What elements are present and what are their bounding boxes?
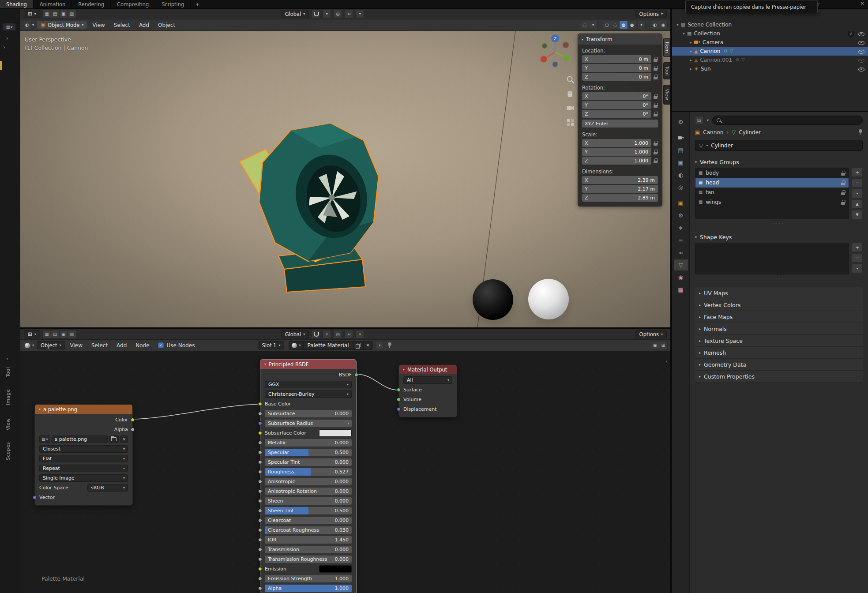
- panel-geometry-data[interactable]: ▸Geometry Data: [695, 359, 863, 371]
- transform-panel-header[interactable]: ▾Transform: [578, 34, 662, 45]
- expand-arrow-icon[interactable]: ▾: [681, 31, 687, 36]
- properties-tab-view-layer[interactable]: ▣: [674, 157, 688, 168]
- sidebar-tab-tool[interactable]: Tool: [663, 62, 670, 79]
- outliner-row-sun[interactable]: ▸ ☀ Sun: [672, 64, 868, 73]
- material-options-button[interactable]: ▾: [376, 341, 384, 349]
- viewport-canvas[interactable]: User Perspective (1) Collection | Cannon…: [20, 31, 670, 327]
- sidebar-tab-item[interactable]: Item: [663, 38, 670, 57]
- vertex-group-wings[interactable]: ▦wings: [695, 197, 849, 207]
- shader-canvas[interactable]: ▾a palette.png Color Alpha ▨▾ a palette.…: [20, 351, 670, 593]
- input-emission-strength[interactable]: Emission Strength1.000: [265, 574, 352, 583]
- proportional-falloff-icon[interactable]: ≈: [345, 330, 353, 338]
- eye-icon[interactable]: [858, 39, 864, 46]
- transform-orientation-button[interactable]: Global▾: [281, 10, 309, 18]
- input-surface[interactable]: Surface: [403, 385, 452, 394]
- shape-keys-panel-header[interactable]: ▾Shape Keys: [695, 232, 863, 242]
- add-group-button[interactable]: +: [852, 168, 863, 177]
- color-socket[interactable]: [258, 431, 262, 435]
- input-specular[interactable]: Specular0.500: [265, 448, 352, 457]
- input-sheen[interactable]: Sheen0.000: [265, 496, 352, 506]
- zoom-to-fit-icon[interactable]: ▣: [651, 341, 659, 349]
- input-ior[interactable]: IOR1.450: [265, 535, 352, 544]
- new-material-button[interactable]: [353, 342, 363, 349]
- menu-select[interactable]: Select: [110, 22, 134, 28]
- dimensions-y-field[interactable]: Y2.17 m: [582, 185, 658, 193]
- alpha-socket[interactable]: [131, 428, 135, 432]
- unlink-material-button[interactable]: ✕: [363, 342, 372, 349]
- rotation-z-field[interactable]: Z0°: [582, 110, 651, 118]
- panel-custom-properties[interactable]: ▸Custom Properties: [695, 371, 863, 383]
- principled-header[interactable]: ▾Principled BSDF: [260, 360, 356, 369]
- add-shape-key-button[interactable]: +: [852, 243, 863, 252]
- value-socket[interactable]: [258, 499, 262, 503]
- menu-object[interactable]: Object: [154, 22, 179, 28]
- viewport-options-button[interactable]: Options▾: [635, 10, 667, 18]
- properties-tab-render[interactable]: [674, 132, 688, 143]
- material-name[interactable]: Palette Material: [303, 342, 352, 349]
- properties-tab-output[interactable]: ▤: [674, 145, 688, 156]
- target-dropdown[interactable]: All▾: [403, 376, 452, 384]
- expand-region-arrow[interactable]: ›: [3, 44, 5, 50]
- gizmo-neg-x-axis[interactable]: [563, 42, 569, 48]
- material-slot-dropdown[interactable]: Slot 1▾: [258, 341, 284, 349]
- lock-icon[interactable]: [841, 171, 845, 176]
- value-socket[interactable]: [258, 489, 262, 493]
- lock-icon[interactable]: [654, 150, 658, 154]
- value-socket[interactable]: [258, 441, 262, 445]
- expand-arrow-icon[interactable]: ▾: [675, 23, 680, 27]
- open-image-button[interactable]: [109, 435, 119, 443]
- gizmo-neg-z-axis[interactable]: [552, 62, 558, 68]
- panel-remesh[interactable]: ▸Remesh: [695, 347, 863, 359]
- menu-node[interactable]: Node: [132, 342, 153, 349]
- value-socket[interactable]: [258, 480, 262, 484]
- tool-option-icon[interactable]: ▦: [43, 330, 51, 338]
- cannon-model[interactable]: [240, 124, 379, 292]
- input-roughness[interactable]: Roughness0.527: [265, 467, 352, 477]
- outliner-row-collection[interactable]: ▾ ▦ Collection ✓: [672, 29, 868, 38]
- shading-material-icon[interactable]: ◍: [620, 21, 628, 29]
- properties-tab-tool[interactable]: ⚙: [674, 116, 688, 128]
- lock-icon[interactable]: [841, 180, 845, 185]
- value-socket[interactable]: [258, 412, 262, 416]
- pin-icon[interactable]: [387, 342, 392, 349]
- falloff-options-button[interactable]: ▾: [356, 330, 364, 338]
- scale-z-field[interactable]: Z1.000: [582, 157, 651, 165]
- sidebar-tab-view[interactable]: View: [663, 85, 670, 104]
- image-texture-node[interactable]: ▾a palette.png Color Alpha ▨▾ a palette.…: [34, 404, 133, 506]
- lock-icon[interactable]: [654, 112, 658, 116]
- move-group-up-button[interactable]: ▲: [852, 199, 863, 209]
- overlays-dropdown[interactable]: ▾: [589, 21, 597, 29]
- sidebar-collapse-arrow[interactable]: ‹: [665, 358, 668, 364]
- dimensions-z-field[interactable]: Z2.89 m: [582, 194, 658, 202]
- material-output-node[interactable]: ▾Material Output All▾ Surface Volume Dis…: [398, 364, 457, 417]
- tool-option-icon[interactable]: ▥: [68, 10, 76, 18]
- lock-icon[interactable]: [654, 57, 658, 62]
- value-socket[interactable]: [258, 509, 262, 513]
- bsdf-socket[interactable]: [354, 373, 358, 377]
- distribution-dropdown[interactable]: GGX▾: [265, 381, 352, 388]
- input-transmission[interactable]: Transmission0.000: [265, 545, 352, 554]
- input-anisotropic[interactable]: Anisotropic0.000: [265, 477, 352, 486]
- zoom-icon[interactable]: [566, 75, 575, 85]
- remove-shape-key-button[interactable]: −: [852, 253, 863, 263]
- eye-icon[interactable]: [858, 48, 864, 55]
- pin-icon[interactable]: [858, 129, 863, 135]
- properties-search-input[interactable]: [712, 116, 863, 125]
- expand-arrow-icon[interactable]: ▸: [688, 40, 694, 45]
- input-specular-tint[interactable]: Specular Tint0.000: [265, 458, 352, 467]
- value-socket[interactable]: [258, 586, 262, 590]
- properties-tab-object[interactable]: ▣: [674, 198, 688, 209]
- input-clearcoat[interactable]: Clearcoat0.000: [265, 516, 352, 525]
- value-socket[interactable]: [258, 518, 262, 522]
- properties-tab-particles[interactable]: ∗: [674, 222, 688, 233]
- camera-view-icon[interactable]: [566, 103, 575, 113]
- tool-option-icon[interactable]: ▦: [43, 10, 51, 18]
- panel-vertex-colors[interactable]: ▸Vertex Colors: [695, 299, 863, 311]
- editor-type-button[interactable]: ◐: [23, 21, 31, 29]
- outliner-row-cannon[interactable]: ▸ ▲ Cannon ⚙▽: [672, 47, 868, 56]
- outliner-row-cannon-001[interactable]: ▸ ▲ Cannon.001 ⚙▽: [672, 56, 868, 64]
- datablock-name-field[interactable]: ▽ ▾ Cylinder: [695, 140, 863, 151]
- subsurface-method-dropdown[interactable]: Christensen-Burley▾: [265, 390, 352, 398]
- breadcrumb-data[interactable]: Cylinder: [739, 129, 761, 135]
- shader-socket[interactable]: [397, 388, 401, 392]
